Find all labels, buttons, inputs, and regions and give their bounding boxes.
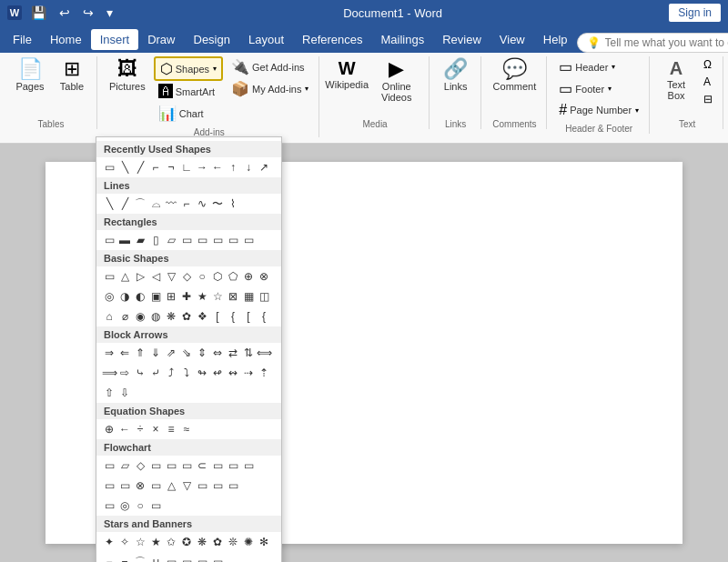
rect4[interactable]: ▯ <box>148 233 163 247</box>
basic8[interactable]: ⬡ <box>210 269 225 284</box>
banner3[interactable]: ⌒ <box>133 555 147 562</box>
fc5[interactable]: ▭ <box>164 458 178 473</box>
shape-uarr[interactable]: ↑ <box>226 160 240 175</box>
menu-references[interactable]: References <box>293 29 371 50</box>
fc12[interactable]: ▭ <box>117 478 132 493</box>
blkarr18[interactable]: ↬ <box>195 366 209 380</box>
blkarr20[interactable]: ↭ <box>226 366 240 380</box>
rect8[interactable]: ▭ <box>210 233 225 247</box>
fc22[interactable]: ○ <box>133 498 147 513</box>
blkarr1[interactable]: ⇒ <box>102 346 116 360</box>
blkarr12[interactable]: ⟹ <box>102 366 116 380</box>
eq3[interactable]: ÷ <box>133 422 147 437</box>
menu-layout[interactable]: Layout <box>239 29 293 50</box>
basic3[interactable]: ▷ <box>133 269 147 284</box>
line-wave[interactable]: 〰 <box>164 196 178 211</box>
menu-insert[interactable]: Insert <box>91 29 139 50</box>
banner7[interactable]: ▭ <box>195 555 209 562</box>
rect7[interactable]: ▭ <box>195 233 209 247</box>
header-button[interactable]: ▭ Header ▾ <box>554 56 643 77</box>
basic12[interactable]: ◎ <box>102 289 116 304</box>
fc21[interactable]: ◎ <box>117 498 132 513</box>
menu-mailings[interactable]: Mailings <box>372 29 434 50</box>
star8[interactable]: ✿ <box>210 535 225 549</box>
rect6[interactable]: ▭ <box>179 233 194 247</box>
my-addins-button[interactable]: 📦 My Add-ins ▾ <box>227 78 313 99</box>
basic17[interactable]: ✚ <box>179 289 194 304</box>
get-addins-button[interactable]: 🔌 Get Add-ins <box>227 56 313 77</box>
shape-larr[interactable]: ← <box>210 160 225 175</box>
fc13[interactable]: ⊗ <box>133 478 147 493</box>
rect1[interactable]: ▭ <box>102 233 116 247</box>
fc10[interactable]: ▭ <box>241 458 256 473</box>
fc9[interactable]: ▭ <box>226 458 240 473</box>
blkarr16[interactable]: ⤴ <box>164 366 178 380</box>
basic33[interactable]: { <box>257 309 271 324</box>
pictures-button[interactable]: 🖼 Pictures <box>105 56 150 95</box>
comment-button[interactable]: 💬 Comment <box>489 56 541 95</box>
banner5[interactable]: ▭ <box>164 555 178 562</box>
wikipedia-button[interactable]: W Wikipedia <box>327 56 366 93</box>
pages-button[interactable]: 📄 Pages <box>11 56 49 95</box>
basic15[interactable]: ▣ <box>148 289 163 304</box>
wordart-button[interactable]: Ω <box>699 56 717 73</box>
smartart-button[interactable]: 🅰 SmartArt <box>154 82 223 102</box>
fc2[interactable]: ▱ <box>117 458 132 473</box>
banner2[interactable]: ¬ <box>117 555 132 562</box>
shape-corner[interactable]: ∟ <box>179 160 194 175</box>
shape-rect[interactable]: ▭ <box>102 160 116 175</box>
eq5[interactable]: ≡ <box>164 422 178 437</box>
blkarr5[interactable]: ⇗ <box>164 346 178 360</box>
menu-draw[interactable]: Draw <box>138 29 184 50</box>
rect2[interactable]: ▬ <box>117 233 132 247</box>
star6[interactable]: ✪ <box>179 535 194 549</box>
basic25[interactable]: ◉ <box>133 309 147 324</box>
fc4[interactable]: ▭ <box>148 458 163 473</box>
shape-darr[interactable]: ↓ <box>241 160 256 175</box>
shape-nearr[interactable]: ↗ <box>257 160 271 175</box>
signature-button[interactable]: ⊟ <box>699 91 717 107</box>
tell-me-box[interactable]: 💡 <box>577 33 728 53</box>
links-button[interactable]: 🔗 Links <box>437 56 475 95</box>
basic6[interactable]: ◇ <box>179 269 194 284</box>
table-button[interactable]: ⊞ Table <box>53 56 91 95</box>
star10[interactable]: ✺ <box>241 535 256 549</box>
basic16[interactable]: ⊞ <box>164 289 178 304</box>
textbox-button[interactable]: A Text Box <box>657 56 695 104</box>
star2[interactable]: ✧ <box>117 535 132 549</box>
shape-rarr[interactable]: → <box>195 160 209 175</box>
eq1[interactable]: ⊕ <box>102 422 116 437</box>
basic21[interactable]: ▦ <box>241 289 256 304</box>
blkarr17[interactable]: ⤵ <box>179 366 194 380</box>
blkarr4[interactable]: ⇓ <box>148 346 163 360</box>
blkarr11[interactable]: ⟺ <box>257 346 271 360</box>
blkarr7[interactable]: ⇕ <box>195 346 209 360</box>
line-straight[interactable]: ╲ <box>102 196 116 211</box>
fc23[interactable]: ▭ <box>148 498 163 513</box>
blkarr10[interactable]: ⇅ <box>241 346 256 360</box>
shape-line2[interactable]: ╱ <box>133 160 147 175</box>
shape-angle1[interactable]: ⌐ <box>148 160 163 175</box>
fc8[interactable]: ▭ <box>210 458 225 473</box>
menu-home[interactable]: Home <box>41 29 91 50</box>
fc20[interactable]: ▭ <box>102 498 116 513</box>
basic14[interactable]: ◐ <box>133 289 147 304</box>
fc7[interactable]: ⊂ <box>195 458 209 473</box>
online-videos-button[interactable]: ▶ Online Videos <box>370 56 423 105</box>
customize-quick-btn[interactable]: ▾ <box>103 4 116 22</box>
line-diag[interactable]: ╱ <box>117 196 132 211</box>
star11[interactable]: ✻ <box>257 535 271 549</box>
line-curve1[interactable]: ⌒ <box>133 196 147 211</box>
fc19[interactable]: ▭ <box>226 478 240 493</box>
menu-view[interactable]: View <box>490 29 534 50</box>
basic5[interactable]: ▽ <box>164 269 178 284</box>
fc1[interactable]: ▭ <box>102 458 116 473</box>
menu-review[interactable]: Review <box>433 29 490 50</box>
blkarr22[interactable]: ⇡ <box>257 366 271 380</box>
basic2[interactable]: △ <box>117 269 132 284</box>
dropcap-button[interactable]: A <box>699 74 717 90</box>
star9[interactable]: ❊ <box>226 535 240 549</box>
basic26[interactable]: ◍ <box>148 309 163 324</box>
blkarr8[interactable]: ⇔ <box>210 346 225 360</box>
star1[interactable]: ✦ <box>102 535 116 549</box>
